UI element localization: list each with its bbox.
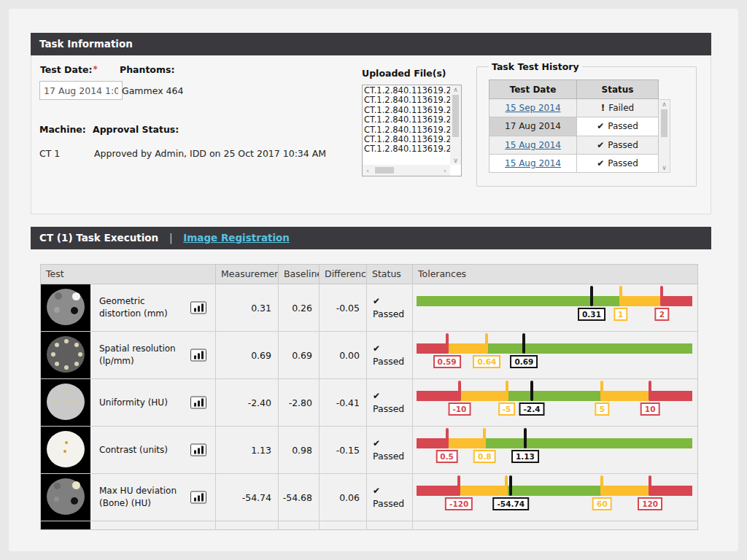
test-name: Contrast (units)	[90, 444, 190, 456]
difference-cell: -0.41	[320, 379, 367, 426]
tolerance-marker-black	[509, 475, 512, 496]
history-scrollbar[interactable]: ∧ ∨	[659, 99, 670, 173]
column-header-test: Test	[41, 265, 216, 284]
column-header-baseline: Baseline	[279, 265, 320, 284]
phantom-thumbnail[interactable]	[41, 332, 90, 378]
uploaded-files-listbox[interactable]: CT.1.2.840.113619.2.CT.1.2.840.113619.2.…	[362, 85, 462, 176]
baseline-cell: -54.68	[279, 474, 320, 521]
uploaded-file-item[interactable]: CT.1.2.840.113619.2.	[364, 135, 450, 144]
task-test-history-title: Task Test History	[489, 61, 582, 72]
horizontal-scroll-thumb[interactable]	[375, 167, 394, 174]
phantom-thumbnail[interactable]	[41, 474, 90, 521]
test-date-input[interactable]	[39, 81, 123, 100]
column-header-difference: Difference	[320, 265, 367, 284]
bar-chart-icon[interactable]	[190, 444, 206, 456]
passed-check-icon: ✔	[373, 438, 412, 448]
bar-chart-icon[interactable]	[190, 302, 206, 314]
measurement-cell: 0.31	[216, 284, 279, 331]
column-header-status: Status	[367, 265, 413, 284]
history-scroll-thumb[interactable]	[661, 109, 667, 137]
header-separator: |	[169, 232, 173, 244]
tolerance-label: 1	[614, 308, 627, 321]
tolerance-zone-yellow	[447, 343, 487, 354]
uploaded-file-item[interactable]: CT.1.2.840.113619.2.	[364, 125, 450, 135]
approval-status-value: Approved by Admin, IDD on 25 Oct 2017 10…	[94, 148, 326, 159]
tolerance-bar	[417, 521, 692, 530]
test-row: Uniformity (HU)-2.40-2.80-0.41✔Passed-10…	[41, 379, 697, 427]
tolerance-zone-green	[507, 391, 603, 401]
task-execution-table: TestMeasurementBaselineDifferenceStatusT…	[40, 264, 698, 530]
status-text: Passed	[373, 498, 412, 509]
tolerance-label: 1.13	[511, 450, 539, 463]
scroll-up-icon[interactable]: ∧	[450, 85, 461, 94]
tolerance-zone-yellow	[447, 438, 485, 448]
test-name: Geometric distortion (mm)	[90, 295, 190, 320]
history-status-cell: ✔Passed	[577, 117, 659, 136]
tolerance-label: 5	[595, 402, 609, 416]
phantom-thumbnail[interactable]	[41, 427, 90, 473]
tolerance-marker-red	[649, 475, 651, 496]
task-test-history-table: Test Date Status 15 Sep 2014!Failed17 Au…	[489, 79, 659, 173]
status-text: Passed	[373, 308, 412, 319]
uploaded-file-item[interactable]: CT.1.2.840.113619.2.	[364, 144, 450, 154]
bar-chart-icon[interactable]	[190, 491, 206, 504]
status-cell: ✔Passed	[367, 332, 413, 378]
tolerance-bar: 0.3112	[417, 284, 692, 332]
tolerance-marker-black	[522, 333, 525, 354]
history-date-link[interactable]: 15 Sep 2014	[505, 103, 560, 113]
tolerance-marker-yellow	[483, 428, 486, 448]
tolerance-label: 2	[655, 308, 669, 321]
scroll-right-icon[interactable]: ›	[440, 166, 450, 175]
history-scroll-down-icon[interactable]: ∨	[659, 163, 670, 172]
passed-check-icon: ✔	[597, 121, 604, 131]
tolerance-marker-red	[446, 428, 449, 448]
machine-value: CT 1	[39, 148, 60, 159]
tolerance-label: -54.74	[492, 497, 529, 510]
test-name: Max HU deviation (Bone) (HU)	[90, 485, 190, 510]
status-cell: ✔Passed	[367, 474, 413, 521]
phantom-thumbnail[interactable]	[41, 379, 90, 426]
scroll-left-icon[interactable]: ‹	[363, 166, 373, 175]
tolerance-marker-red	[446, 333, 449, 354]
uploaded-file-item[interactable]: CT.1.2.840.113619.2.	[364, 106, 450, 115]
bar-chart-icon[interactable]	[190, 349, 206, 362]
phantom-thumbnail[interactable]	[41, 521, 90, 530]
measurement-cell: -54.74	[216, 474, 279, 521]
history-row: 15 Sep 2014!Failed	[489, 99, 659, 117]
tolerance-marker-black	[524, 428, 527, 448]
tolerance-marker-red	[649, 381, 651, 401]
image-registration-link[interactable]: Image Registration	[183, 232, 290, 244]
uploaded-file-item[interactable]: CT.1.2.840.113619.2.	[364, 96, 450, 105]
test-cell: Spatial resolution (lp/mm)	[41, 332, 216, 378]
history-date-link[interactable]: 15 Aug 2014	[505, 158, 561, 168]
approval-status-label: Approval Status:	[93, 124, 179, 135]
history-status-cell: ✔Passed	[577, 136, 659, 154]
tolerance-marker-red	[660, 286, 663, 306]
vertical-scrollbar[interactable]: ∧ ∨	[450, 85, 461, 165]
uploaded-file-item[interactable]: CT.1.2.840.113619.2.	[364, 86, 450, 96]
scroll-down-icon[interactable]: ∨	[450, 156, 461, 165]
test-cell: Geometric distortion (mm)	[41, 284, 216, 331]
uploaded-file-item[interactable]: CT.1.2.840.113619.2.	[364, 115, 450, 125]
tolerance-label: 10	[640, 402, 660, 416]
tolerance-label: -10	[448, 402, 471, 416]
phantom-thumbnail[interactable]	[41, 284, 90, 331]
tolerance-label: 60	[592, 497, 612, 510]
measurement-cell: -2.40	[216, 379, 279, 426]
tolerance-label: 0.69	[510, 355, 538, 368]
history-scroll-up-icon[interactable]: ∧	[659, 100, 670, 109]
horizontal-scrollbar[interactable]: ‹ ›	[363, 165, 450, 176]
baseline-cell: 0.69	[279, 332, 320, 378]
difference-cell	[320, 521, 367, 530]
vertical-scroll-thumb[interactable]	[452, 95, 459, 137]
tolerance-cell: 0.3112	[413, 284, 697, 331]
history-date-link[interactable]: 15 Aug 2014	[505, 140, 561, 150]
bar-chart-icon[interactable]	[190, 397, 206, 409]
history-row: 17 Aug 2014✔Passed	[489, 117, 659, 136]
status-cell	[367, 521, 413, 530]
difference-cell: 0.00	[320, 332, 367, 378]
tolerance-label: 0.59	[433, 355, 461, 368]
difference-cell: -0.05	[320, 284, 367, 331]
tolerance-zone-red	[662, 296, 692, 306]
tolerance-zone-yellow	[602, 391, 650, 401]
